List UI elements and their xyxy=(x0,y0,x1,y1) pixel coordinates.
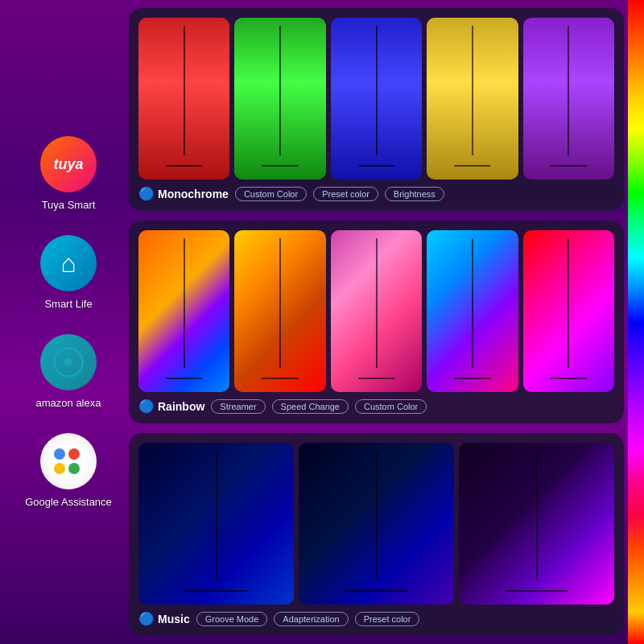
lamp-base-m3 xyxy=(506,590,568,592)
monochrome-tag-brightness[interactable]: Brightness xyxy=(385,187,444,201)
monochrome-footer: 🔵 Monochrome Custom Color Preset color B… xyxy=(138,186,614,201)
lamp-base-r5 xyxy=(551,378,587,379)
google-dot-green xyxy=(68,463,80,474)
lamp-rainbow2 xyxy=(234,230,325,392)
monochrome-lamp-grid xyxy=(138,18,614,180)
google-icon-circle xyxy=(40,433,97,489)
tuya-icon-circle: tuya xyxy=(40,136,97,192)
smartlife-label: Smart Life xyxy=(44,298,92,310)
lamp-base-r2 xyxy=(262,378,298,379)
google-dot-yellow xyxy=(54,463,65,474)
lamp-pole-r4 xyxy=(472,238,473,368)
lamp-yellow xyxy=(427,18,518,180)
music-lamp-grid xyxy=(138,443,614,605)
music-tag-groove[interactable]: Groove Mode xyxy=(196,612,268,626)
music-footer: 🔵 Music Groove Mode Adapterization Prese… xyxy=(138,611,614,626)
lamp-rainbow4 xyxy=(427,230,518,392)
lamp-pole-yellow xyxy=(472,26,473,155)
music-tag-preset-color[interactable]: Preset color xyxy=(355,612,420,626)
sidebar-item-smartlife[interactable]: ⌂ Smart Life xyxy=(40,235,97,310)
lamp-music2 xyxy=(299,443,454,605)
lamp-pole-r1 xyxy=(184,238,185,368)
rainbow-strip xyxy=(628,0,644,644)
sidebar: tuya Tuya Smart ⌂ Smart Life amazon alex… xyxy=(0,0,137,644)
alexa-dot-icon xyxy=(64,358,72,366)
alexa-label: amazon alexa xyxy=(36,397,101,409)
lamp-base-yellow xyxy=(454,165,490,167)
lamp-music3 xyxy=(459,443,614,605)
lamp-base-m2 xyxy=(345,590,407,592)
google-label: Google Assistance xyxy=(25,496,112,508)
lamp-pole-green xyxy=(279,26,281,155)
lamp-rainbow3 xyxy=(331,230,422,392)
alexa-ring-icon xyxy=(53,347,84,378)
rainbow-tag-custom-color[interactable]: Custom Color xyxy=(355,399,427,414)
sidebar-item-google[interactable]: Google Assistance xyxy=(25,433,112,508)
lamp-base-r1 xyxy=(166,378,202,379)
lamp-base-purple xyxy=(551,165,587,167)
rainbow-tag-streamer[interactable]: Streamer xyxy=(211,399,265,414)
lamp-base-r3 xyxy=(358,378,394,379)
lamp-music1 xyxy=(138,443,294,605)
main-content: 🔵 Monochrome Custom Color Preset color B… xyxy=(129,8,624,636)
tuya-logo: tuya xyxy=(53,156,83,173)
lamp-rainbow5 xyxy=(523,230,614,392)
rainbow-section: 🔵 Rainbow Streamer Speed Change Custom C… xyxy=(129,221,624,423)
google-dots-icon xyxy=(54,448,83,474)
monochrome-bullet: 🔵 xyxy=(138,186,155,201)
lamp-pole-m3 xyxy=(536,451,538,580)
lamp-blue xyxy=(331,18,422,180)
house-icon: ⌂ xyxy=(60,249,76,279)
lamp-base-blue xyxy=(358,165,394,167)
lamp-base-red xyxy=(166,165,202,167)
smartlife-icon-circle: ⌂ xyxy=(40,235,97,291)
monochrome-section: 🔵 Monochrome Custom Color Preset color B… xyxy=(129,8,624,211)
rainbow-lamp-grid xyxy=(138,230,614,392)
monochrome-tag-custom-color[interactable]: Custom Color xyxy=(235,187,307,201)
lamp-pole-r3 xyxy=(376,238,378,368)
rainbow-tag-speed-change[interactable]: Speed Change xyxy=(272,399,349,414)
music-bullet: 🔵 xyxy=(138,611,155,626)
lamp-red xyxy=(138,18,229,180)
sidebar-item-alexa[interactable]: amazon alexa xyxy=(36,334,101,409)
lamp-pole-red xyxy=(184,26,185,155)
lamp-purple xyxy=(523,18,614,180)
lamp-base-green xyxy=(262,165,298,167)
tuya-label: Tuya Smart xyxy=(42,199,96,211)
lamp-pole-m1 xyxy=(216,451,217,580)
lamp-base-r4 xyxy=(454,378,490,379)
lamp-green xyxy=(234,18,325,180)
lamp-base-m1 xyxy=(185,590,247,592)
lamp-pole-m2 xyxy=(376,451,378,580)
lamp-pole-blue xyxy=(376,26,378,155)
sidebar-item-tuya[interactable]: tuya Tuya Smart xyxy=(40,136,97,211)
rainbow-bullet: 🔵 xyxy=(138,398,155,414)
lamp-pole-r5 xyxy=(568,238,569,368)
lamp-pole-r2 xyxy=(279,238,281,368)
google-dot-blue xyxy=(54,448,65,460)
monochrome-tag-preset-color[interactable]: Preset color xyxy=(313,187,378,201)
google-dot-red xyxy=(68,448,80,460)
rainbow-title: 🔵 Rainbow xyxy=(138,398,204,414)
rainbow-footer: 🔵 Rainbow Streamer Speed Change Custom C… xyxy=(138,398,614,414)
lamp-pole-purple xyxy=(568,26,569,155)
music-section: 🔵 Music Groove Mode Adapterization Prese… xyxy=(129,433,624,636)
alexa-icon-circle xyxy=(40,334,97,390)
lamp-rainbow1 xyxy=(138,230,229,392)
monochrome-title: 🔵 Monochrome xyxy=(138,186,229,201)
music-title: 🔵 Music xyxy=(138,611,190,626)
music-tag-adapterization[interactable]: Adapterization xyxy=(274,612,348,626)
